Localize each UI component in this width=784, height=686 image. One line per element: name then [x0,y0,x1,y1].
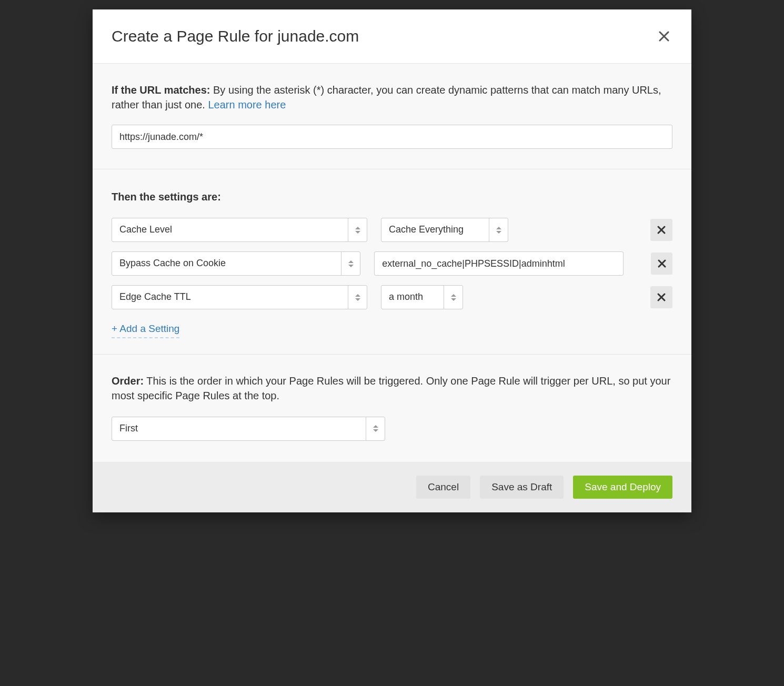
remove-setting-button[interactable] [650,286,672,308]
order-select[interactable]: First [112,417,385,441]
stepper-icon [341,252,360,275]
url-match-section: If the URL matches: By using the asteris… [93,64,691,169]
stepper-icon [348,218,367,241]
url-match-label: If the URL matches: [112,84,210,96]
url-match-help: If the URL matches: By using the asteris… [112,83,672,112]
save-deploy-button[interactable]: Save and Deploy [573,476,672,499]
setting-value-select[interactable]: Cache Everything [381,218,508,242]
setting-row: Bypass Cache on Cookie [112,251,672,276]
setting-value-text: Cache Everything [381,218,489,241]
setting-select-value: Edge Cache TTL [112,286,348,309]
modal-title: Create a Page Rule for junade.com [112,25,359,47]
cancel-button[interactable]: Cancel [416,476,470,499]
setting-select[interactable]: Cache Level [112,218,367,242]
stepper-icon [489,218,508,241]
setting-value-input[interactable] [374,251,624,276]
url-input[interactable] [112,125,672,149]
modal-header: Create a Page Rule for junade.com [93,9,691,64]
settings-section: Then the settings are: Cache Level Cache… [93,169,691,355]
setting-value-select[interactable]: a month [381,285,463,309]
setting-value-text: a month [381,286,444,309]
settings-heading: Then the settings are: [112,189,672,204]
page-rule-modal: Create a Page Rule for junade.com If the… [93,9,691,512]
close-icon[interactable] [656,28,672,45]
learn-more-link[interactable]: Learn more here [208,99,286,110]
save-draft-button[interactable]: Save as Draft [480,476,564,499]
order-help-text: This is the order in which your Page Rul… [112,375,670,401]
setting-select-value: Bypass Cache on Cookie [112,252,341,275]
modal-footer: Cancel Save as Draft Save and Deploy [93,462,691,512]
setting-row: Cache Level Cache Everything [112,218,672,242]
remove-setting-button[interactable] [650,219,672,241]
stepper-icon [366,417,385,440]
add-setting-link[interactable]: + Add a Setting [112,322,179,338]
setting-row: Edge Cache TTL a month [112,285,672,309]
setting-select[interactable]: Edge Cache TTL [112,285,367,309]
setting-select[interactable]: Bypass Cache on Cookie [112,251,360,276]
order-help: Order: This is the order in which your P… [112,374,672,403]
setting-select-value: Cache Level [112,218,348,241]
modal-backdrop: Create a Page Rule for junade.com If the… [0,0,784,686]
order-label: Order: [112,375,144,387]
order-select-value: First [112,417,366,440]
order-section: Order: This is the order in which your P… [93,355,691,462]
stepper-icon [348,286,367,309]
stepper-icon [444,286,463,309]
remove-setting-button[interactable] [651,253,672,275]
